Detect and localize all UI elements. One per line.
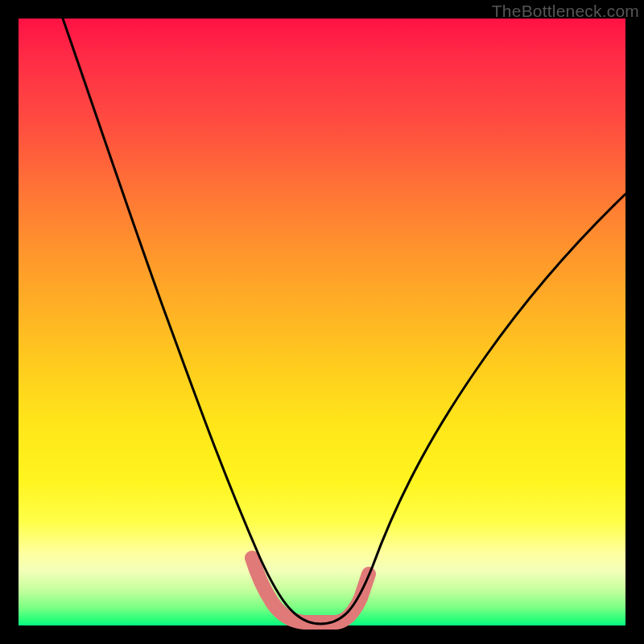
chart-frame: TheBottleneck.com [0, 0, 644, 644]
plot-area [19, 19, 625, 625]
curve-main [63, 19, 625, 624]
curve-highlight [252, 558, 369, 622]
bottleneck-curve [19, 19, 625, 625]
